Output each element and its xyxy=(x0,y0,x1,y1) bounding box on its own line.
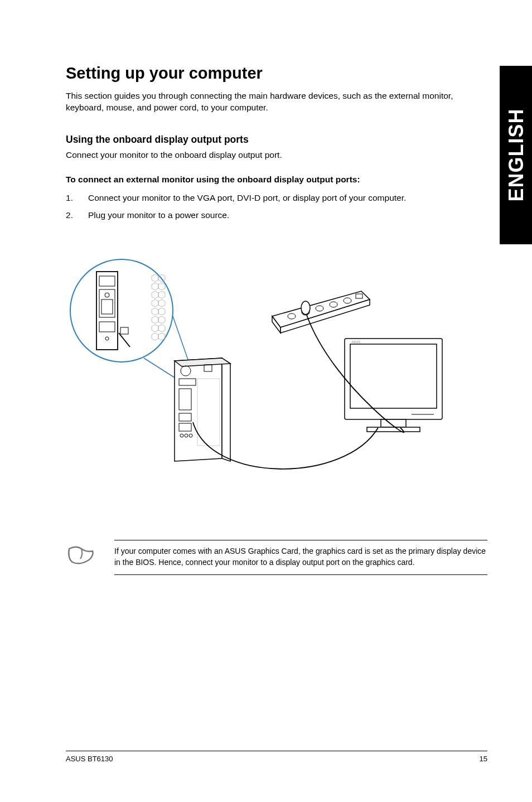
svg-rect-37 xyxy=(367,427,420,432)
procedure-title: To connect an external monitor using the… xyxy=(66,175,487,185)
page-title: Setting up your computer xyxy=(66,64,487,83)
svg-line-9 xyxy=(144,358,175,378)
intro-paragraph: This section guides you through connecti… xyxy=(66,90,467,114)
svg-rect-6 xyxy=(99,322,115,332)
svg-rect-2 xyxy=(99,276,115,286)
svg-rect-8 xyxy=(120,327,128,334)
svg-rect-5 xyxy=(101,299,113,314)
note-block: If your computer comes with an ASUS Grap… xyxy=(66,540,487,575)
connection-diagram: ASUS xyxy=(66,249,445,484)
section-subtext: Connect your monitor to the onboard disp… xyxy=(66,150,487,160)
svg-point-4 xyxy=(105,293,109,297)
svg-point-7 xyxy=(105,337,109,340)
page-footer: ASUS BT6130 15 xyxy=(66,751,487,763)
footer-page-number: 15 xyxy=(480,755,487,763)
svg-point-33 xyxy=(301,301,310,315)
page-content: Setting up your computer This section gu… xyxy=(0,0,532,802)
svg-point-0 xyxy=(70,259,173,362)
section-heading: Using the onboard display output ports xyxy=(66,134,487,146)
procedure-steps: Connect your monitor to the VGA port, DV… xyxy=(66,192,487,221)
svg-marker-12 xyxy=(222,358,230,461)
step-item: Plug your monitor to a power source. xyxy=(66,210,487,221)
step-item: Connect your monitor to the VGA port, DV… xyxy=(66,192,487,204)
footer-product: ASUS BT6130 xyxy=(66,755,113,763)
svg-rect-1 xyxy=(96,272,118,350)
svg-text:ASUS: ASUS xyxy=(351,340,360,344)
note-hand-icon xyxy=(66,543,96,568)
note-text: If your computer comes with an ASUS Grap… xyxy=(114,540,487,575)
